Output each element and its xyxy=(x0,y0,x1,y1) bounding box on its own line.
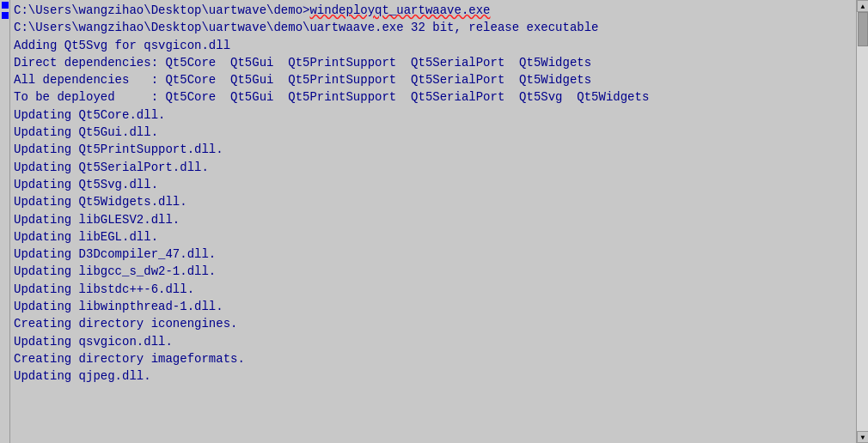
terminal-line-7: Updating Qt5Core.dll. xyxy=(14,106,853,124)
terminal-line-22: Updating qjpeg.dll. xyxy=(14,367,853,385)
terminal-line-18: Updating libwinpthread-1.dll. xyxy=(14,298,853,315)
terminal-line-1: C:\Users\wangzihao\Desktop\uartwave\demo… xyxy=(14,2,853,19)
terminal-line-16: Updating libgcc_s_dw2-1.dll. xyxy=(14,263,853,280)
sidebar-indicator xyxy=(2,2,9,9)
terminal-line-13: Updating libGLESV2.dll. xyxy=(14,211,853,228)
terminal-line-20: Updating qsvgicon.dll. xyxy=(14,333,853,350)
terminal-line-6: To be deployed : Qt5Core Qt5Gui Qt5Print… xyxy=(14,88,853,106)
sidebar-indicator-2 xyxy=(2,12,9,19)
terminal-line-2: C:\Users\wangzihao\Desktop\uartwave\demo… xyxy=(14,19,853,36)
terminal-line-15: Updating D3Dcompiler_47.dll. xyxy=(14,246,853,263)
scrollbar-track[interactable] xyxy=(857,12,868,431)
scroll-up-button[interactable]: ▲ xyxy=(857,0,868,12)
terminal-line-11: Updating Qt5Svg.dll. xyxy=(14,176,853,193)
underlined-command-2: qt_uartwaave.exe xyxy=(375,3,490,17)
terminal-line-12: Updating Qt5Widgets.dll. xyxy=(14,193,853,210)
terminal-line-3: Adding Qt5Svg for qsvgicon.dll xyxy=(14,37,853,54)
terminal-line-19: Creating directory iconengines. xyxy=(14,315,853,332)
terminal-line-14: Updating libEGL.dll. xyxy=(14,228,853,246)
terminal-window: C:\Users\wangzihao\Desktop\uartwave\demo… xyxy=(0,0,868,443)
underlined-command: windeploy xyxy=(309,3,375,17)
terminal-line-17: Updating libstdc++-6.dll. xyxy=(14,281,853,298)
vertical-scrollbar[interactable]: ▲ ▼ xyxy=(856,0,868,443)
terminal-content: C:\Users\wangzihao\Desktop\uartwave\demo… xyxy=(10,0,856,443)
terminal-line-21: Creating directory imageformats. xyxy=(14,350,853,367)
terminal-line-10: Updating Qt5SerialPort.dll. xyxy=(14,159,853,176)
terminal-line-4: Direct dependencies: Qt5Core Qt5Gui Qt5P… xyxy=(14,54,853,71)
terminal-line-8: Updating Qt5Gui.dll. xyxy=(14,124,853,141)
left-sidebar xyxy=(0,0,10,443)
scroll-down-button[interactable]: ▼ xyxy=(857,431,868,443)
terminal-line-9: Updating Qt5PrintSupport.dll. xyxy=(14,141,853,158)
scrollbar-thumb[interactable] xyxy=(858,12,868,46)
terminal-line-5: All dependencies : Qt5Core Qt5Gui Qt5Pri… xyxy=(14,71,853,88)
